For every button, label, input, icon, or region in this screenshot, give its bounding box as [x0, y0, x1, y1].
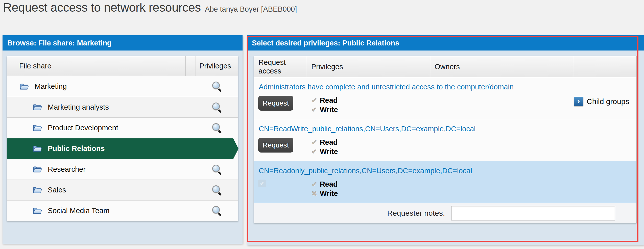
privileges-table: Request access Privileges Owners Adminis…	[254, 56, 637, 223]
file-share-label: Researcher	[48, 165, 86, 173]
folder-icon	[33, 207, 42, 214]
file-share-row-marketing[interactable]: Marketing	[7, 76, 238, 97]
read-label: Read	[320, 96, 338, 105]
file-share-label: Public Relations	[48, 144, 105, 153]
search-icon[interactable]	[211, 164, 222, 175]
check-icon: ✔	[312, 97, 317, 104]
check-icon: ✔	[312, 139, 317, 146]
requester-notes-label: Requester notes:	[386, 209, 445, 217]
column-header-spacer	[185, 56, 196, 76]
file-share-row-product-development[interactable]: Product Development	[7, 117, 238, 138]
column-header-blank	[574, 56, 636, 77]
file-share-table-header: File share Privileges	[7, 56, 238, 76]
user-label: Abe tanya Boyer [ABEB000]	[205, 5, 297, 13]
request-button[interactable]: Request	[258, 138, 293, 153]
column-header-request-access: Request access	[254, 56, 307, 77]
checkbox-check-icon: ✔	[260, 180, 264, 187]
group-link[interactable]: CN=Readonly_public_relations,CN=Users,DC…	[259, 167, 472, 175]
privileges-panel: Select desired privileges: Public Relati…	[247, 35, 644, 245]
folder-icon	[33, 104, 42, 111]
column-header-privileges: Privileges	[196, 56, 238, 76]
read-label: Read	[320, 138, 338, 147]
file-share-row-social-media-team[interactable]: Social Media Team	[7, 200, 238, 221]
folder-icon	[33, 166, 42, 173]
browse-panel-header: Browse: File share: Marketing	[3, 35, 243, 51]
privilege-row-readonly: CN=Readonly_public_relations,CN=Users,DC…	[254, 161, 636, 203]
file-share-row-public-relations-selected[interactable]: Public Relations	[7, 138, 238, 159]
child-groups-label: Child groups	[587, 97, 629, 106]
chevron-right-icon: ›	[577, 97, 580, 105]
privileges-panel-header: Select desired privileges: Public Relati…	[247, 35, 644, 51]
write-label: Write	[320, 189, 338, 198]
privileges-table-header: Request access Privileges Owners	[254, 56, 636, 77]
column-header-privileges: Privileges	[307, 56, 430, 77]
group-link[interactable]: CN=ReadWrite_public_relations,CN=Users,D…	[259, 125, 476, 133]
file-share-label: Marketing analysts	[48, 103, 109, 111]
file-share-label: Product Development	[48, 124, 118, 132]
browse-panel: Browse: File share: Marketing File share…	[3, 35, 243, 244]
file-share-table: File share Privileges Marketing Marketin…	[7, 56, 238, 221]
readonly-checkbox[interactable]: ✔	[258, 180, 266, 187]
page: Request access to network resources Abe …	[0, 0, 644, 249]
page-title: Request access to network resources	[3, 1, 201, 14]
file-share-label: Social Media Team	[48, 207, 109, 215]
write-label: Write	[320, 147, 338, 156]
file-share-label: Sales	[48, 186, 66, 194]
file-share-row-sales[interactable]: Sales	[7, 180, 238, 200]
check-icon: ✔	[312, 148, 317, 156]
file-share-row-researcher[interactable]: Researcher	[7, 159, 238, 180]
search-icon[interactable]	[211, 206, 222, 216]
requester-notes-input[interactable]	[451, 206, 615, 220]
privilege-row-readwrite: CN=ReadWrite_public_relations,CN=Users,D…	[254, 119, 636, 161]
check-icon: ✔	[312, 106, 317, 114]
chevron-right-button[interactable]: ›	[574, 97, 583, 106]
page-header: Request access to network resources Abe …	[3, 1, 297, 14]
cross-icon: ✖	[312, 190, 317, 197]
write-label: Write	[320, 105, 338, 114]
column-header-file-share: File share	[7, 56, 185, 76]
column-header-owners: Owners	[430, 56, 574, 77]
read-label: Read	[320, 180, 338, 189]
folder-icon	[20, 83, 29, 90]
search-icon[interactable]	[211, 123, 222, 133]
group-link[interactable]: Administrators have complete and unrestr…	[259, 83, 514, 91]
request-button[interactable]: Request	[258, 96, 293, 111]
search-icon[interactable]	[211, 81, 222, 92]
search-icon[interactable]	[211, 185, 222, 195]
folder-icon	[33, 186, 42, 194]
file-share-label: Marketing	[35, 82, 67, 91]
child-groups-button[interactable]: › Child groups	[574, 97, 629, 106]
requester-notes-row: Requester notes:	[254, 203, 636, 223]
search-icon[interactable]	[211, 102, 222, 113]
check-icon: ✔	[312, 181, 317, 188]
privilege-row-administrators: Administrators have complete and unrestr…	[254, 77, 636, 119]
folder-icon	[33, 124, 42, 132]
file-share-row-marketing-analysts[interactable]: Marketing analysts	[7, 97, 238, 117]
folder-icon	[33, 145, 42, 152]
